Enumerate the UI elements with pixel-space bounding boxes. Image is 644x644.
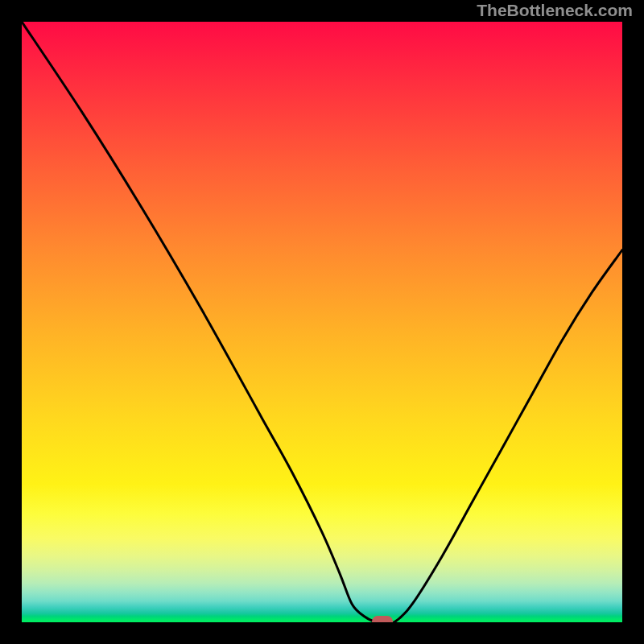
- chart-frame: TheBottleneck.com: [0, 0, 644, 644]
- optimal-point-marker: [372, 616, 393, 622]
- plot-area: [22, 22, 622, 622]
- watermark-text: TheBottleneck.com: [477, 1, 633, 20]
- curve-path: [22, 22, 622, 622]
- bottleneck-curve: [22, 22, 622, 622]
